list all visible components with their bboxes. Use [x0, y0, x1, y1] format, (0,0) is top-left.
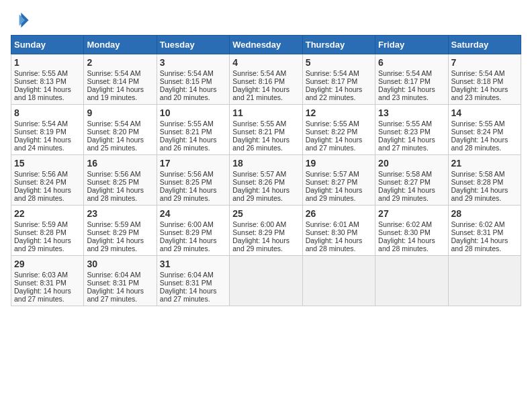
day-info-line: and 29 minutes. [451, 194, 518, 202]
day-info-line: Sunrise: 5:55 AM [160, 120, 226, 128]
day-info-line: Sunrise: 5:54 AM [87, 120, 153, 128]
day-info-line: Daylight: 14 hours [87, 186, 153, 194]
day-info-line: and 20 minutes. [160, 93, 226, 101]
day-number: 31 [160, 259, 226, 269]
day-info-line: Sunrise: 5:55 AM [14, 69, 81, 77]
day-info-line: Sunset: 8:14 PM [87, 77, 153, 85]
week-row-5: 29Sunrise: 6:03 AMSunset: 8:31 PMDayligh… [11, 256, 521, 306]
day-info-line: Sunrise: 6:01 AM [306, 220, 372, 228]
day-info-line: Daylight: 14 hours [306, 136, 372, 144]
day-info-line: Sunset: 8:21 PM [160, 128, 226, 136]
day-info-line: Daylight: 14 hours [232, 136, 299, 144]
day-number: 5 [306, 57, 372, 68]
day-info-line: Sunrise: 5:55 AM [306, 120, 372, 128]
day-info-line: and 26 minutes. [232, 144, 299, 152]
calendar-cell: 9Sunrise: 5:54 AMSunset: 8:20 PMDaylight… [84, 105, 157, 155]
day-info-line: and 29 minutes. [14, 244, 81, 253]
day-info-line: Sunset: 8:31 PM [87, 279, 153, 287]
day-info-line: Daylight: 14 hours [306, 85, 372, 93]
day-number: 2 [87, 57, 153, 68]
day-info-line: Sunset: 8:24 PM [451, 128, 518, 136]
day-info-line: Sunset: 8:31 PM [160, 279, 226, 287]
day-info-line: and 29 minutes. [160, 244, 226, 253]
day-info-line: Sunrise: 5:56 AM [87, 170, 153, 178]
day-number: 11 [232, 107, 299, 118]
day-number: 24 [160, 208, 226, 219]
header-row: SundayMondayTuesdayWednesdayThursdayFrid… [11, 36, 521, 54]
day-number: 15 [14, 158, 81, 169]
calendar-cell: 1Sunrise: 5:55 AMSunset: 8:13 PMDaylight… [11, 54, 84, 105]
calendar-cell [448, 256, 521, 306]
day-number: 18 [232, 158, 299, 169]
day-info-line: Sunset: 8:30 PM [378, 228, 445, 236]
day-info-line: Sunset: 8:19 PM [14, 128, 81, 136]
day-number: 19 [306, 158, 372, 169]
day-info-line: Daylight: 14 hours [160, 186, 226, 194]
day-number: 28 [451, 208, 518, 219]
calendar-cell: 27Sunrise: 6:02 AMSunset: 8:30 PMDayligh… [375, 205, 448, 256]
day-info-line: Sunrise: 5:59 AM [14, 220, 81, 228]
day-info-line: and 29 minutes. [160, 194, 226, 202]
day-info-line: Daylight: 14 hours [378, 186, 445, 194]
day-number: 12 [306, 107, 372, 118]
day-info-line: and 22 minutes. [306, 93, 372, 101]
day-info-line: Daylight: 14 hours [232, 85, 299, 93]
col-header-saturday: Saturday [448, 36, 521, 54]
week-row-4: 22Sunrise: 5:59 AMSunset: 8:28 PMDayligh… [11, 205, 521, 256]
day-info-line: Daylight: 14 hours [160, 236, 226, 244]
day-info-line: Sunrise: 5:54 AM [160, 69, 226, 77]
day-info-line: Sunrise: 5:55 AM [451, 120, 518, 128]
day-info-line: Daylight: 14 hours [160, 136, 226, 144]
day-info-line: and 28 minutes. [451, 144, 518, 152]
day-info-line: Daylight: 14 hours [14, 186, 81, 194]
day-info-line: Sunset: 8:28 PM [451, 178, 518, 186]
day-info-line: Sunrise: 5:54 AM [14, 120, 81, 128]
day-info-line: Daylight: 14 hours [451, 236, 518, 244]
day-info-line: Daylight: 14 hours [232, 236, 299, 244]
day-info-line: Sunrise: 5:55 AM [232, 120, 299, 128]
day-info-line: Sunset: 8:29 PM [232, 228, 299, 236]
day-info-line: Sunset: 8:27 PM [306, 178, 372, 186]
calendar-cell: 12Sunrise: 5:55 AMSunset: 8:22 PMDayligh… [302, 105, 375, 155]
day-info-line: Sunset: 8:21 PM [232, 128, 299, 136]
day-info-line: Sunrise: 6:00 AM [160, 220, 226, 228]
day-info-line: Sunset: 8:26 PM [232, 178, 299, 186]
day-info-line: Sunset: 8:15 PM [160, 77, 226, 85]
day-info-line: Sunset: 8:16 PM [232, 77, 299, 85]
week-row-1: 1Sunrise: 5:55 AMSunset: 8:13 PMDaylight… [11, 54, 521, 105]
day-info-line: Sunset: 8:31 PM [14, 279, 81, 287]
day-info-line: Sunrise: 5:59 AM [87, 220, 153, 228]
day-number: 3 [160, 57, 226, 68]
day-info-line: and 28 minutes. [87, 194, 153, 202]
calendar-cell: 20Sunrise: 5:58 AMSunset: 8:27 PMDayligh… [375, 155, 448, 205]
day-info-line: Daylight: 14 hours [87, 236, 153, 244]
day-number: 29 [14, 259, 81, 269]
calendar-cell: 19Sunrise: 5:57 AMSunset: 8:27 PMDayligh… [302, 155, 375, 205]
day-info-line: Sunset: 8:29 PM [87, 228, 153, 236]
col-header-wednesday: Wednesday [230, 36, 302, 54]
calendar-cell: 21Sunrise: 5:58 AMSunset: 8:28 PMDayligh… [448, 155, 521, 205]
col-header-monday: Monday [84, 36, 157, 54]
calendar-cell: 8Sunrise: 5:54 AMSunset: 8:19 PMDaylight… [11, 105, 84, 155]
day-info-line: Daylight: 14 hours [87, 85, 153, 93]
day-info-line: Sunrise: 6:04 AM [160, 271, 226, 279]
day-number: 8 [14, 107, 81, 118]
day-number: 23 [87, 208, 153, 219]
day-info-line: Sunrise: 6:04 AM [87, 271, 153, 279]
day-info-line: Sunrise: 5:56 AM [14, 170, 81, 178]
day-info-line: Sunset: 8:20 PM [87, 128, 153, 136]
day-number: 14 [451, 107, 518, 118]
calendar-cell: 28Sunrise: 6:02 AMSunset: 8:31 PMDayligh… [448, 205, 521, 256]
day-number: 22 [14, 208, 81, 219]
day-info-line: Sunrise: 5:58 AM [378, 170, 445, 178]
day-info-line: Sunrise: 6:00 AM [232, 220, 299, 228]
day-info-line: Daylight: 14 hours [14, 287, 81, 295]
day-info-line: Daylight: 14 hours [160, 287, 226, 295]
day-info-line: Sunset: 8:17 PM [306, 77, 372, 85]
col-header-thursday: Thursday [302, 36, 375, 54]
day-info-line: and 29 minutes. [232, 244, 299, 253]
day-info-line: Sunset: 8:27 PM [378, 178, 445, 186]
day-number: 30 [87, 259, 153, 269]
calendar-cell: 3Sunrise: 5:54 AMSunset: 8:15 PMDaylight… [157, 54, 229, 105]
col-header-tuesday: Tuesday [157, 36, 229, 54]
